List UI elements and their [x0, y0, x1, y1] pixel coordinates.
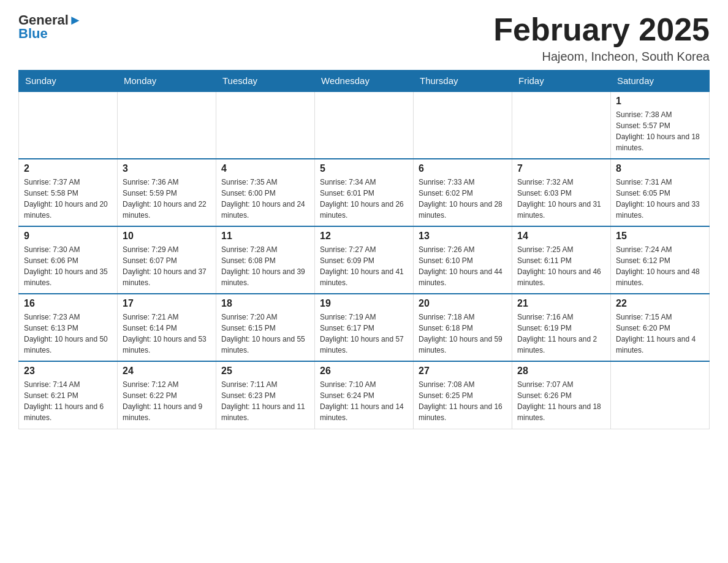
day-info: Sunrise: 7:19 AMSunset: 6:17 PMDaylight:…: [320, 312, 408, 356]
logo: General► Blue: [18, 12, 82, 42]
calendar-cell: 8Sunrise: 7:31 AMSunset: 6:05 PMDaylight…: [611, 159, 710, 226]
day-info: Sunrise: 7:30 AMSunset: 6:06 PMDaylight:…: [24, 244, 112, 288]
calendar-cell: [611, 361, 710, 429]
weekday-header-wednesday: Wednesday: [315, 71, 414, 92]
calendar-cell: [512, 91, 611, 159]
week-row-1: 1Sunrise: 7:38 AMSunset: 5:57 PMDaylight…: [19, 91, 710, 159]
weekday-header-saturday: Saturday: [611, 71, 710, 92]
day-number: 2: [24, 163, 112, 174]
day-number: 14: [517, 231, 605, 242]
day-info: Sunrise: 7:11 AMSunset: 6:23 PMDaylight:…: [221, 379, 309, 423]
weekday-header-row: SundayMondayTuesdayWednesdayThursdayFrid…: [19, 71, 710, 92]
day-number: 25: [221, 366, 309, 377]
day-info: Sunrise: 7:07 AMSunset: 6:26 PMDaylight:…: [517, 379, 605, 423]
title-area: February 2025 Hajeom, Incheon, South Kor…: [493, 12, 710, 64]
day-number: 8: [616, 163, 704, 174]
day-number: 4: [221, 163, 309, 174]
calendar-cell: 1Sunrise: 7:38 AMSunset: 5:57 PMDaylight…: [611, 91, 710, 159]
header: General► Blue February 2025 Hajeom, Inch…: [18, 12, 710, 64]
calendar-cell: 5Sunrise: 7:34 AMSunset: 6:01 PMDaylight…: [315, 159, 414, 226]
day-info: Sunrise: 7:15 AMSunset: 6:20 PMDaylight:…: [616, 312, 704, 356]
calendar-cell: [118, 91, 216, 159]
calendar-cell: 7Sunrise: 7:32 AMSunset: 6:03 PMDaylight…: [512, 159, 611, 226]
day-number: 1: [616, 96, 704, 107]
calendar-cell: 16Sunrise: 7:23 AMSunset: 6:13 PMDayligh…: [19, 294, 118, 361]
calendar-cell: 26Sunrise: 7:10 AMSunset: 6:24 PMDayligh…: [315, 361, 414, 429]
day-info: Sunrise: 7:32 AMSunset: 6:03 PMDaylight:…: [517, 177, 605, 221]
calendar-cell: 2Sunrise: 7:37 AMSunset: 5:58 PMDaylight…: [19, 159, 118, 226]
day-number: 7: [517, 163, 605, 174]
day-info: Sunrise: 7:37 AMSunset: 5:58 PMDaylight:…: [24, 177, 112, 221]
day-number: 5: [320, 163, 408, 174]
weekday-header-thursday: Thursday: [414, 71, 512, 92]
day-number: 11: [221, 231, 309, 242]
calendar-cell: 14Sunrise: 7:25 AMSunset: 6:11 PMDayligh…: [512, 226, 611, 294]
week-row-2: 2Sunrise: 7:37 AMSunset: 5:58 PMDaylight…: [19, 159, 710, 226]
week-row-5: 23Sunrise: 7:14 AMSunset: 6:21 PMDayligh…: [19, 361, 710, 429]
calendar-cell: 28Sunrise: 7:07 AMSunset: 6:26 PMDayligh…: [512, 361, 611, 429]
calendar-cell: 27Sunrise: 7:08 AMSunset: 6:25 PMDayligh…: [414, 361, 512, 429]
day-number: 20: [419, 298, 507, 309]
day-number: 24: [123, 366, 211, 377]
day-info: Sunrise: 7:25 AMSunset: 6:11 PMDaylight:…: [517, 244, 605, 288]
day-number: 23: [24, 366, 112, 377]
calendar-cell: 18Sunrise: 7:20 AMSunset: 6:15 PMDayligh…: [216, 294, 315, 361]
day-info: Sunrise: 7:26 AMSunset: 6:10 PMDaylight:…: [419, 244, 507, 288]
week-row-3: 9Sunrise: 7:30 AMSunset: 6:06 PMDaylight…: [19, 226, 710, 294]
logo-arrow-icon: ►: [69, 12, 82, 28]
calendar-cell: 25Sunrise: 7:11 AMSunset: 6:23 PMDayligh…: [216, 361, 315, 429]
day-info: Sunrise: 7:34 AMSunset: 6:01 PMDaylight:…: [320, 177, 408, 221]
calendar-cell: 20Sunrise: 7:18 AMSunset: 6:18 PMDayligh…: [414, 294, 512, 361]
location-subtitle: Hajeom, Incheon, South Korea: [493, 50, 710, 64]
calendar-cell: [414, 91, 512, 159]
calendar-cell: 19Sunrise: 7:19 AMSunset: 6:17 PMDayligh…: [315, 294, 414, 361]
week-row-4: 16Sunrise: 7:23 AMSunset: 6:13 PMDayligh…: [19, 294, 710, 361]
day-number: 18: [221, 298, 309, 309]
calendar-cell: 6Sunrise: 7:33 AMSunset: 6:02 PMDaylight…: [414, 159, 512, 226]
day-info: Sunrise: 7:20 AMSunset: 6:15 PMDaylight:…: [221, 312, 309, 356]
day-number: 15: [616, 231, 704, 242]
calendar-cell: 13Sunrise: 7:26 AMSunset: 6:10 PMDayligh…: [414, 226, 512, 294]
weekday-header-tuesday: Tuesday: [216, 71, 315, 92]
calendar-cell: 22Sunrise: 7:15 AMSunset: 6:20 PMDayligh…: [611, 294, 710, 361]
day-number: 13: [419, 231, 507, 242]
calendar-cell: 4Sunrise: 7:35 AMSunset: 6:00 PMDaylight…: [216, 159, 315, 226]
day-number: 22: [616, 298, 704, 309]
day-number: 21: [517, 298, 605, 309]
weekday-header-monday: Monday: [118, 71, 216, 92]
day-info: Sunrise: 7:10 AMSunset: 6:24 PMDaylight:…: [320, 379, 408, 423]
logo-blue-text: Blue: [18, 26, 48, 42]
calendar-table: SundayMondayTuesdayWednesdayThursdayFrid…: [18, 70, 710, 429]
day-info: Sunrise: 7:21 AMSunset: 6:14 PMDaylight:…: [123, 312, 211, 356]
day-number: 10: [123, 231, 211, 242]
weekday-header-sunday: Sunday: [19, 71, 118, 92]
day-number: 3: [123, 163, 211, 174]
day-info: Sunrise: 7:24 AMSunset: 6:12 PMDaylight:…: [616, 244, 704, 288]
day-info: Sunrise: 7:28 AMSunset: 6:08 PMDaylight:…: [221, 244, 309, 288]
day-info: Sunrise: 7:08 AMSunset: 6:25 PMDaylight:…: [419, 379, 507, 423]
day-info: Sunrise: 7:35 AMSunset: 6:00 PMDaylight:…: [221, 177, 309, 221]
day-info: Sunrise: 7:29 AMSunset: 6:07 PMDaylight:…: [123, 244, 211, 288]
day-info: Sunrise: 7:31 AMSunset: 6:05 PMDaylight:…: [616, 177, 704, 221]
day-info: Sunrise: 7:18 AMSunset: 6:18 PMDaylight:…: [419, 312, 507, 356]
weekday-header-friday: Friday: [512, 71, 611, 92]
day-info: Sunrise: 7:38 AMSunset: 5:57 PMDaylight:…: [616, 109, 704, 153]
calendar-cell: 23Sunrise: 7:14 AMSunset: 6:21 PMDayligh…: [19, 361, 118, 429]
day-info: Sunrise: 7:33 AMSunset: 6:02 PMDaylight:…: [419, 177, 507, 221]
day-number: 9: [24, 231, 112, 242]
day-info: Sunrise: 7:12 AMSunset: 6:22 PMDaylight:…: [123, 379, 211, 423]
day-number: 19: [320, 298, 408, 309]
day-number: 28: [517, 366, 605, 377]
day-number: 16: [24, 298, 112, 309]
calendar-cell: 12Sunrise: 7:27 AMSunset: 6:09 PMDayligh…: [315, 226, 414, 294]
calendar-cell: 17Sunrise: 7:21 AMSunset: 6:14 PMDayligh…: [118, 294, 216, 361]
calendar-cell: 21Sunrise: 7:16 AMSunset: 6:19 PMDayligh…: [512, 294, 611, 361]
calendar-cell: 10Sunrise: 7:29 AMSunset: 6:07 PMDayligh…: [118, 226, 216, 294]
calendar-cell: 3Sunrise: 7:36 AMSunset: 5:59 PMDaylight…: [118, 159, 216, 226]
day-info: Sunrise: 7:14 AMSunset: 6:21 PMDaylight:…: [24, 379, 112, 423]
calendar-cell: 11Sunrise: 7:28 AMSunset: 6:08 PMDayligh…: [216, 226, 315, 294]
day-info: Sunrise: 7:36 AMSunset: 5:59 PMDaylight:…: [123, 177, 211, 221]
calendar-cell: [19, 91, 118, 159]
day-info: Sunrise: 7:16 AMSunset: 6:19 PMDaylight:…: [517, 312, 605, 356]
day-number: 27: [419, 366, 507, 377]
